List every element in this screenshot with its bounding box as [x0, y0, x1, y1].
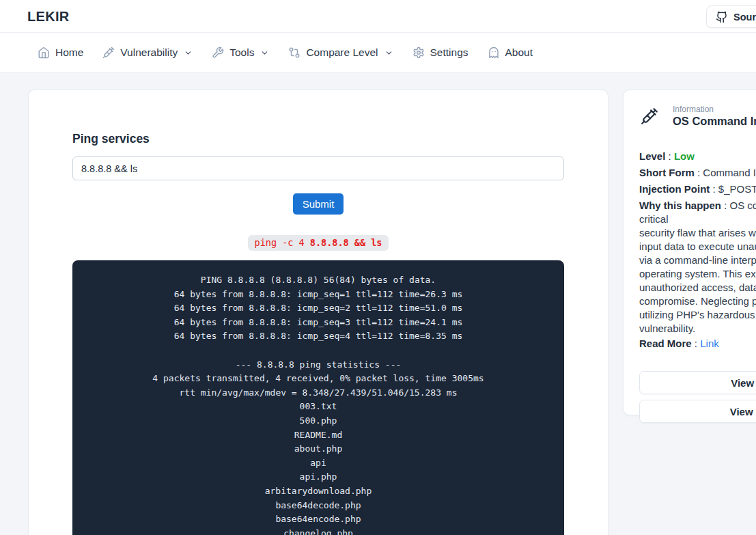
top-bar: LEKIR Source Code — [0, 0, 756, 33]
vulnerability-title: OS Command Injection — [673, 115, 756, 128]
view-code-button[interactable]: View Code — [639, 371, 756, 394]
source-code-label: Source Code — [733, 12, 756, 23]
gear-icon — [412, 46, 425, 59]
git-compare-icon — [288, 46, 300, 59]
nav-item-compare-level[interactable]: Compare Level — [288, 46, 393, 59]
nav-item-vulnerability[interactable]: Vulnerability — [102, 46, 193, 59]
nav-label-compare-level: Compare Level — [306, 46, 378, 59]
app-logo[interactable]: LEKIR — [27, 0, 70, 33]
why-this-happen-text: OS command injection is a critical secur… — [639, 200, 756, 334]
nav-label-tools: Tools — [229, 46, 254, 59]
nav-item-tools[interactable]: Tools — [212, 46, 269, 59]
injection-point-value: $_POST['ip'] — [718, 183, 756, 195]
field-level: Level : Low — [639, 150, 756, 163]
read-more-link[interactable]: Link — [700, 338, 719, 349]
read-more-row: Read More : Link — [639, 337, 756, 351]
submit-button[interactable]: Submit — [293, 193, 344, 215]
home-icon — [38, 46, 50, 59]
command-prefix: ping -c 4 — [255, 237, 310, 248]
ping-target-input[interactable] — [72, 156, 564, 180]
syringe-icon — [641, 107, 658, 125]
nav-label-about: About — [505, 46, 533, 59]
nav-label-vulnerability: Vulnerability — [120, 46, 178, 59]
view-video-button[interactable]: View Video — [639, 400, 756, 423]
why-this-happen: Why this happen : OS command injection i… — [639, 199, 756, 335]
chevron-down-icon — [384, 49, 393, 57]
github-icon — [716, 11, 728, 23]
field-injection-point: Injection Point : $_POST['ip'] — [639, 182, 756, 196]
nav-item-home[interactable]: Home — [38, 46, 83, 59]
terminal-output: PING 8.8.8.8 (8.8.8.8) 56(84) bytes of d… — [72, 260, 564, 535]
vulnerability-info-panel: Information OS Command Injection Level :… — [623, 90, 756, 415]
ping-services-card: Ping services Submit ping -c 4 8.8.8.8 &… — [28, 90, 608, 535]
nav-item-about[interactable]: About — [488, 46, 533, 59]
field-short-form: Short Form : Command Injection — [639, 166, 756, 180]
chevron-down-icon — [184, 49, 193, 57]
executed-command-badge: ping -c 4 8.8.8.8 && ls — [248, 235, 389, 251]
level-value: Low — [674, 150, 695, 162]
short-form-value: Command Injection — [703, 167, 756, 178]
nav-item-settings[interactable]: Settings — [412, 46, 468, 59]
info-kicker: Information — [673, 105, 756, 114]
main-nav: Home Vulnerability Tools Compare Level — [0, 33, 756, 73]
nav-label-home: Home — [55, 46, 83, 59]
ghost-icon — [488, 46, 500, 59]
command-payload: 8.8.8.8 && ls — [310, 237, 382, 248]
chevron-down-icon — [260, 49, 269, 57]
page: LEKIR Source Code Home Vulnerability — [0, 0, 756, 535]
nav-label-settings: Settings — [430, 46, 468, 59]
source-code-button[interactable]: Source Code — [706, 5, 756, 28]
page-title: Ping services — [72, 132, 564, 146]
syringe-icon — [102, 46, 115, 59]
wrench-icon — [212, 46, 224, 59]
